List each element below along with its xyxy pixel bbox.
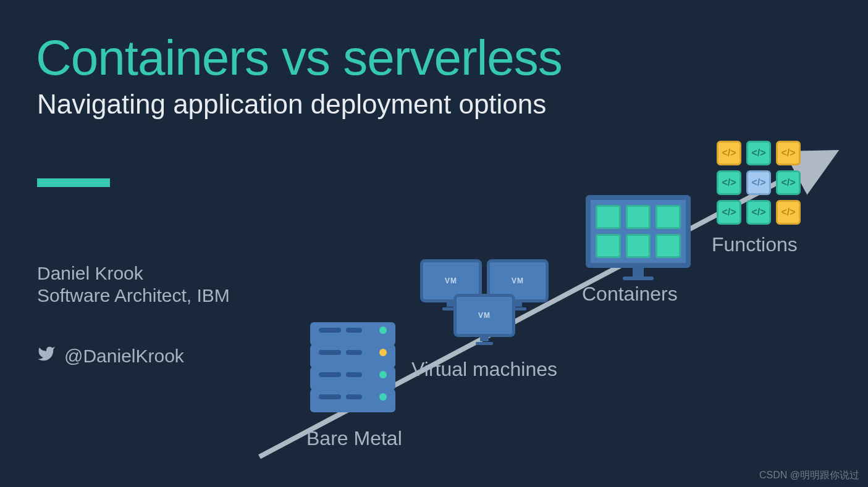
virtual-machines-label: Virtual machines bbox=[411, 358, 557, 381]
author-role: Software Architect, IBM bbox=[37, 285, 230, 306]
author-name: Daniel Krook bbox=[37, 263, 143, 284]
virtual-machines-icon: VM VM VM bbox=[425, 259, 549, 358]
slide-subtitle: Navigating application deployment option… bbox=[37, 89, 546, 120]
functions-icon: </></></> </></></> </></></> bbox=[717, 141, 801, 225]
twitter-handle: @DanielKrook bbox=[37, 344, 184, 367]
bare-metal-icon bbox=[310, 322, 395, 412]
containers-icon bbox=[586, 195, 691, 280]
twitter-icon bbox=[37, 344, 56, 367]
watermark: CSDN @明明跟你说过 bbox=[759, 469, 859, 482]
containers-label: Containers bbox=[582, 283, 678, 306]
slide-title: Containers vs serverless bbox=[36, 30, 562, 86]
accent-bar bbox=[37, 178, 110, 187]
functions-label: Functions bbox=[712, 233, 798, 256]
twitter-handle-text: @DanielKrook bbox=[64, 346, 184, 367]
bare-metal-label: Bare Metal bbox=[306, 427, 402, 450]
